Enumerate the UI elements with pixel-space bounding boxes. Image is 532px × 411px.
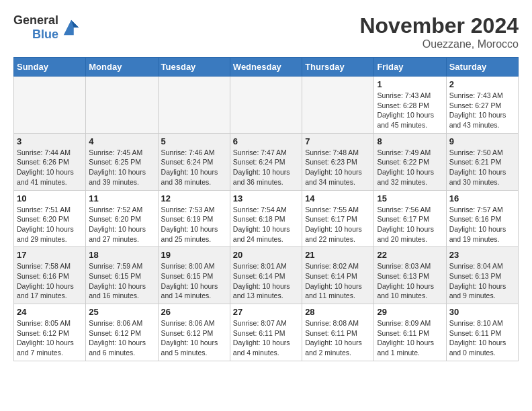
- day-info: Sunrise: 7:43 AM Sunset: 6:27 PM Dayligh…: [449, 91, 515, 130]
- day-cell: 11Sunrise: 7:52 AM Sunset: 6:20 PM Dayli…: [86, 190, 158, 247]
- week-row-5: 24Sunrise: 8:05 AM Sunset: 6:12 PM Dayli…: [14, 304, 519, 361]
- day-cell: 23Sunrise: 8:04 AM Sunset: 6:13 PM Dayli…: [446, 247, 518, 304]
- day-cell: 15Sunrise: 7:56 AM Sunset: 6:17 PM Dayli…: [374, 190, 446, 247]
- weekday-header-wednesday: Wednesday: [230, 58, 302, 77]
- day-number: 6: [233, 136, 299, 146]
- day-cell: 20Sunrise: 8:01 AM Sunset: 6:14 PM Dayli…: [230, 247, 302, 304]
- day-number: 14: [305, 193, 371, 203]
- day-cell: 4Sunrise: 7:45 AM Sunset: 6:25 PM Daylig…: [86, 133, 158, 190]
- day-cell: 17Sunrise: 7:58 AM Sunset: 6:16 PM Dayli…: [14, 247, 86, 304]
- week-row-3: 10Sunrise: 7:51 AM Sunset: 6:20 PM Dayli…: [14, 190, 519, 247]
- day-cell: 26Sunrise: 8:06 AM Sunset: 6:12 PM Dayli…: [158, 304, 230, 361]
- day-info: Sunrise: 7:46 AM Sunset: 6:24 PM Dayligh…: [161, 148, 227, 187]
- day-info: Sunrise: 8:04 AM Sunset: 6:13 PM Dayligh…: [449, 261, 515, 301]
- day-info: Sunrise: 8:02 AM Sunset: 6:14 PM Dayligh…: [305, 261, 371, 301]
- logo-icon: [61, 17, 81, 38]
- day-info: Sunrise: 8:05 AM Sunset: 6:12 PM Dayligh…: [17, 318, 83, 358]
- weekday-header-monday: Monday: [86, 58, 158, 77]
- day-number: 22: [377, 250, 443, 260]
- day-cell: 10Sunrise: 7:51 AM Sunset: 6:20 PM Dayli…: [14, 190, 86, 247]
- weekday-header-thursday: Thursday: [302, 58, 374, 77]
- day-info: Sunrise: 7:49 AM Sunset: 6:22 PM Dayligh…: [377, 148, 443, 187]
- day-info: Sunrise: 7:58 AM Sunset: 6:16 PM Dayligh…: [17, 261, 83, 301]
- day-info: Sunrise: 7:53 AM Sunset: 6:19 PM Dayligh…: [161, 205, 227, 244]
- day-info: Sunrise: 7:43 AM Sunset: 6:28 PM Dayligh…: [377, 91, 443, 130]
- day-cell: 6Sunrise: 7:47 AM Sunset: 6:24 PM Daylig…: [230, 133, 302, 190]
- day-cell: 3Sunrise: 7:44 AM Sunset: 6:26 PM Daylig…: [14, 133, 86, 190]
- day-cell: 22Sunrise: 8:03 AM Sunset: 6:13 PM Dayli…: [374, 247, 446, 304]
- day-cell: 5Sunrise: 7:46 AM Sunset: 6:24 PM Daylig…: [158, 133, 230, 190]
- day-number: 13: [233, 193, 299, 203]
- day-cell: 9Sunrise: 7:50 AM Sunset: 6:21 PM Daylig…: [446, 133, 518, 190]
- day-cell: [230, 77, 302, 134]
- month-title: November 2024: [359, 13, 519, 38]
- day-info: Sunrise: 7:44 AM Sunset: 6:26 PM Dayligh…: [17, 148, 83, 187]
- day-number: 30: [449, 307, 515, 317]
- day-number: 17: [17, 250, 83, 260]
- day-number: 3: [17, 136, 83, 146]
- day-cell: 16Sunrise: 7:57 AM Sunset: 6:16 PM Dayli…: [446, 190, 518, 247]
- week-row-4: 17Sunrise: 7:58 AM Sunset: 6:16 PM Dayli…: [14, 247, 519, 304]
- day-info: Sunrise: 8:06 AM Sunset: 6:12 PM Dayligh…: [89, 318, 154, 358]
- day-info: Sunrise: 8:06 AM Sunset: 6:12 PM Dayligh…: [161, 318, 227, 358]
- day-info: Sunrise: 7:47 AM Sunset: 6:24 PM Dayligh…: [233, 148, 299, 187]
- day-cell: 1Sunrise: 7:43 AM Sunset: 6:28 PM Daylig…: [374, 77, 446, 134]
- weekday-header-row: SundayMondayTuesdayWednesdayThursdayFrid…: [14, 58, 519, 77]
- day-info: Sunrise: 7:54 AM Sunset: 6:18 PM Dayligh…: [233, 205, 299, 244]
- week-row-2: 3Sunrise: 7:44 AM Sunset: 6:26 PM Daylig…: [14, 133, 519, 190]
- day-number: 24: [17, 307, 83, 317]
- day-info: Sunrise: 7:51 AM Sunset: 6:20 PM Dayligh…: [17, 205, 83, 244]
- day-cell: 14Sunrise: 7:55 AM Sunset: 6:17 PM Dayli…: [302, 190, 374, 247]
- day-info: Sunrise: 7:55 AM Sunset: 6:17 PM Dayligh…: [305, 205, 371, 244]
- weekday-header-saturday: Saturday: [446, 58, 518, 77]
- day-number: 9: [449, 136, 515, 146]
- calendar: SundayMondayTuesdayWednesdayThursdayFrid…: [13, 57, 519, 361]
- day-info: Sunrise: 7:59 AM Sunset: 6:15 PM Dayligh…: [89, 261, 154, 301]
- day-info: Sunrise: 8:01 AM Sunset: 6:14 PM Dayligh…: [233, 261, 299, 301]
- day-cell: 24Sunrise: 8:05 AM Sunset: 6:12 PM Dayli…: [14, 304, 86, 361]
- weekday-header-sunday: Sunday: [14, 58, 86, 77]
- header: General Blue November 2024 Ouezzane, Mor…: [13, 13, 519, 50]
- day-number: 1: [377, 79, 443, 89]
- day-cell: 13Sunrise: 7:54 AM Sunset: 6:18 PM Dayli…: [230, 190, 302, 247]
- day-number: 21: [305, 250, 371, 260]
- day-number: 20: [233, 250, 299, 260]
- day-cell: [86, 77, 158, 134]
- title-area: November 2024 Ouezzane, Morocco: [359, 13, 519, 50]
- day-cell: [302, 77, 374, 134]
- day-cell: 19Sunrise: 8:00 AM Sunset: 6:15 PM Dayli…: [158, 247, 230, 304]
- day-cell: 25Sunrise: 8:06 AM Sunset: 6:12 PM Dayli…: [86, 304, 158, 361]
- day-number: 27: [233, 307, 299, 317]
- day-cell: 30Sunrise: 8:10 AM Sunset: 6:11 PM Dayli…: [446, 304, 518, 361]
- day-info: Sunrise: 7:56 AM Sunset: 6:17 PM Dayligh…: [377, 205, 443, 244]
- day-cell: 29Sunrise: 8:09 AM Sunset: 6:11 PM Dayli…: [374, 304, 446, 361]
- day-cell: 2Sunrise: 7:43 AM Sunset: 6:27 PM Daylig…: [446, 77, 518, 134]
- day-number: 26: [161, 307, 227, 317]
- day-number: 2: [449, 79, 515, 89]
- day-cell: 8Sunrise: 7:49 AM Sunset: 6:22 PM Daylig…: [374, 133, 446, 190]
- location-title: Ouezzane, Morocco: [359, 38, 519, 50]
- day-info: Sunrise: 7:48 AM Sunset: 6:23 PM Dayligh…: [305, 148, 371, 187]
- day-number: 11: [89, 193, 154, 203]
- day-cell: 18Sunrise: 7:59 AM Sunset: 6:15 PM Dayli…: [86, 247, 158, 304]
- day-cell: 12Sunrise: 7:53 AM Sunset: 6:19 PM Dayli…: [158, 190, 230, 247]
- day-info: Sunrise: 8:07 AM Sunset: 6:11 PM Dayligh…: [233, 318, 299, 358]
- day-number: 29: [377, 307, 443, 317]
- day-number: 28: [305, 307, 371, 317]
- logo-text-blue: Blue: [32, 28, 58, 42]
- weekday-header-tuesday: Tuesday: [158, 58, 230, 77]
- day-cell: [14, 77, 86, 134]
- day-number: 8: [377, 136, 443, 146]
- day-info: Sunrise: 8:09 AM Sunset: 6:11 PM Dayligh…: [377, 318, 443, 358]
- logo: General Blue: [13, 13, 81, 42]
- day-number: 19: [161, 250, 227, 260]
- day-number: 18: [89, 250, 154, 260]
- day-info: Sunrise: 8:08 AM Sunset: 6:11 PM Dayligh…: [305, 318, 371, 358]
- week-row-1: 1Sunrise: 7:43 AM Sunset: 6:28 PM Daylig…: [14, 77, 519, 134]
- day-number: 12: [161, 193, 227, 203]
- day-number: 23: [449, 250, 515, 260]
- day-info: Sunrise: 7:57 AM Sunset: 6:16 PM Dayligh…: [449, 205, 515, 244]
- day-number: 10: [17, 193, 83, 203]
- day-cell: 21Sunrise: 8:02 AM Sunset: 6:14 PM Dayli…: [302, 247, 374, 304]
- day-number: 5: [161, 136, 227, 146]
